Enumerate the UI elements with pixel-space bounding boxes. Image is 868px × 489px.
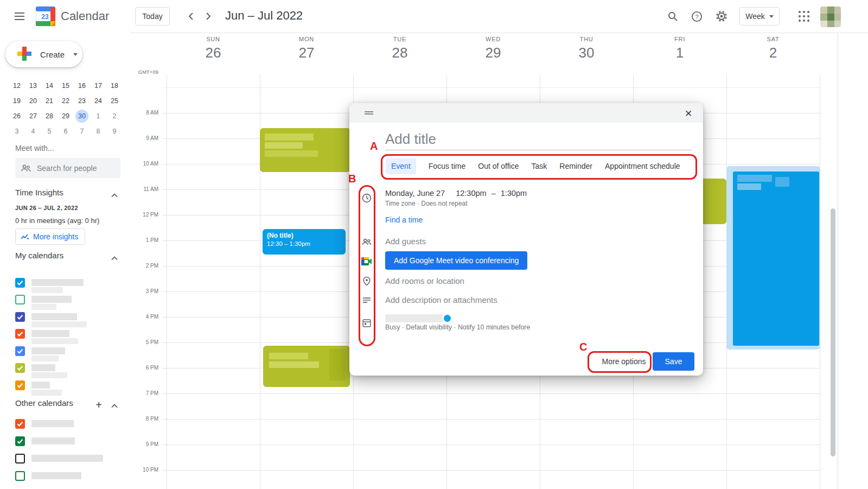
- tab-out-of-office[interactable]: Out of office: [478, 162, 519, 170]
- day-number[interactable]: 26: [167, 45, 260, 61]
- mini-calendar-day[interactable]: 13: [25, 78, 41, 93]
- event-title-input[interactable]: [385, 128, 692, 150]
- calendar-checkbox[interactable]: [15, 436, 25, 446]
- help-button[interactable]: ?: [686, 5, 707, 27]
- calendar-checkbox[interactable]: [15, 471, 25, 481]
- calendar-checkbox[interactable]: [15, 363, 25, 373]
- event-start-time: 12:30pm: [456, 189, 486, 198]
- calendar-list-item[interactable]: [15, 471, 124, 487]
- day-number[interactable]: 27: [260, 45, 353, 61]
- tab-appointment-schedule[interactable]: Appointment schedule: [605, 162, 680, 170]
- day-number[interactable]: 2: [726, 45, 820, 61]
- dialog-drag-header[interactable]: ✕: [349, 103, 703, 123]
- calendar-checkbox[interactable]: [15, 278, 25, 288]
- tab-focus-time[interactable]: Focus time: [429, 162, 465, 170]
- event-monday-morning[interactable]: [260, 128, 350, 172]
- today-button[interactable]: Today: [135, 7, 170, 26]
- create-button[interactable]: Create: [5, 41, 82, 67]
- mini-calendar-day[interactable]: 19: [9, 93, 25, 109]
- tab-task[interactable]: Task: [532, 162, 547, 170]
- add-meet-button[interactable]: Add Google Meet video conferencing: [385, 251, 527, 270]
- close-dialog-button[interactable]: ✕: [681, 106, 695, 120]
- mini-calendar-day[interactable]: 7: [74, 124, 90, 139]
- calendar-list-item[interactable]: [15, 346, 124, 363]
- add-other-calendar-button[interactable]: +: [92, 398, 105, 411]
- day-number[interactable]: 1: [633, 45, 726, 61]
- tab-reminder[interactable]: Reminder: [559, 162, 592, 170]
- tab-event[interactable]: Event: [386, 158, 416, 174]
- main-menu-button[interactable]: [9, 5, 30, 27]
- view-selector[interactable]: Week: [739, 7, 780, 26]
- search-button[interactable]: [662, 5, 684, 27]
- mini-calendar-day[interactable]: 9: [106, 124, 123, 139]
- next-week-button[interactable]: [197, 5, 219, 27]
- mini-calendar-day[interactable]: 21: [41, 93, 58, 109]
- chevron-up-icon[interactable]: [111, 253, 118, 263]
- mini-calendar-day[interactable]: 3: [9, 124, 25, 139]
- calendar-checkbox[interactable]: [15, 419, 25, 429]
- avatar[interactable]: [820, 7, 841, 27]
- mini-calendar-day[interactable]: 26: [9, 109, 25, 124]
- mini-calendar-day[interactable]: 22: [58, 93, 74, 109]
- event-time: 12:30 – 1:30pm: [267, 240, 341, 248]
- calendar-list-item[interactable]: [15, 329, 124, 345]
- event-saturday-selected[interactable]: [726, 166, 820, 350]
- create-button-label: Create: [40, 50, 65, 59]
- mini-calendar-day[interactable]: 12: [9, 78, 25, 93]
- mini-calendar-day[interactable]: 1: [90, 109, 106, 124]
- mini-calendar-day[interactable]: 27: [25, 109, 41, 124]
- event-no-title[interactable]: (No title) 12:30 – 1:30pm: [263, 229, 346, 255]
- add-rooms-field[interactable]: Add rooms or location: [385, 276, 464, 285]
- clock-icon: [361, 193, 372, 204]
- mini-calendar-day[interactable]: 6: [58, 124, 74, 139]
- chevron-up-icon[interactable]: [111, 401, 118, 410]
- add-description-field[interactable]: Add description or attachments: [385, 295, 497, 304]
- calendar-checkbox[interactable]: [15, 454, 25, 463]
- mini-calendar-day[interactable]: 28: [41, 109, 58, 124]
- mini-calendar-day[interactable]: 16: [74, 78, 90, 93]
- mini-calendar-day[interactable]: 2: [106, 109, 123, 124]
- day-number[interactable]: 29: [446, 45, 540, 61]
- day-number[interactable]: 30: [540, 45, 633, 61]
- mini-calendar-day[interactable]: 24: [90, 93, 106, 109]
- mini-calendar-day[interactable]: 8: [90, 124, 106, 139]
- mini-calendar-day[interactable]: 20: [25, 93, 41, 109]
- day-number[interactable]: 28: [353, 45, 446, 61]
- calendar-list-item[interactable]: [15, 363, 124, 379]
- mini-calendar-day[interactable]: 14: [41, 78, 58, 93]
- mini-calendar-day[interactable]: 30: [74, 109, 90, 124]
- vertical-scrollbar[interactable]: [831, 208, 835, 456]
- mini-calendar-day[interactable]: 23: [74, 93, 90, 109]
- add-guests-field[interactable]: Add guests: [385, 237, 426, 246]
- mini-calendar-day[interactable]: 5: [41, 124, 58, 139]
- calendar-checkbox[interactable]: [15, 329, 25, 339]
- calendar-list-item[interactable]: [15, 295, 124, 311]
- calendar-checkbox[interactable]: [15, 312, 25, 322]
- mini-calendar-day[interactable]: 25: [106, 93, 123, 109]
- mini-calendar-day[interactable]: 29: [58, 109, 74, 124]
- more-insights-button[interactable]: More insights: [15, 228, 85, 245]
- settings-button[interactable]: [711, 5, 732, 27]
- chevron-up-icon[interactable]: [111, 190, 118, 200]
- google-apps-icon[interactable]: [799, 11, 801, 13]
- calendar-checkbox[interactable]: [15, 295, 25, 304]
- calendar-list-item[interactable]: [15, 278, 124, 294]
- mini-calendar-day[interactable]: 4: [25, 124, 41, 139]
- calendar-list-item[interactable]: [15, 312, 124, 328]
- date-time-row[interactable]: Monday, June 27 12:30pm – 1:30pm: [385, 189, 527, 198]
- mini-calendar-day[interactable]: 17: [90, 78, 106, 93]
- mini-calendar-day[interactable]: 15: [58, 78, 74, 93]
- hour-label: 9 PM: [130, 441, 158, 447]
- calendar-list-item[interactable]: [15, 419, 124, 435]
- calendar-list-item[interactable]: [15, 454, 124, 470]
- calendar-list-item[interactable]: [15, 380, 124, 397]
- day-header-sun: SUN26: [167, 36, 260, 61]
- calendar-checkbox[interactable]: [15, 346, 25, 356]
- find-a-time-link[interactable]: Find a time: [385, 215, 423, 224]
- mini-calendar-day[interactable]: 18: [106, 78, 123, 93]
- save-button[interactable]: Save: [653, 352, 694, 371]
- more-options-button[interactable]: More options: [596, 352, 652, 371]
- event-monday-evening[interactable]: [263, 346, 350, 387]
- calendar-checkbox[interactable]: [15, 380, 25, 390]
- calendar-list-item[interactable]: [15, 436, 124, 453]
